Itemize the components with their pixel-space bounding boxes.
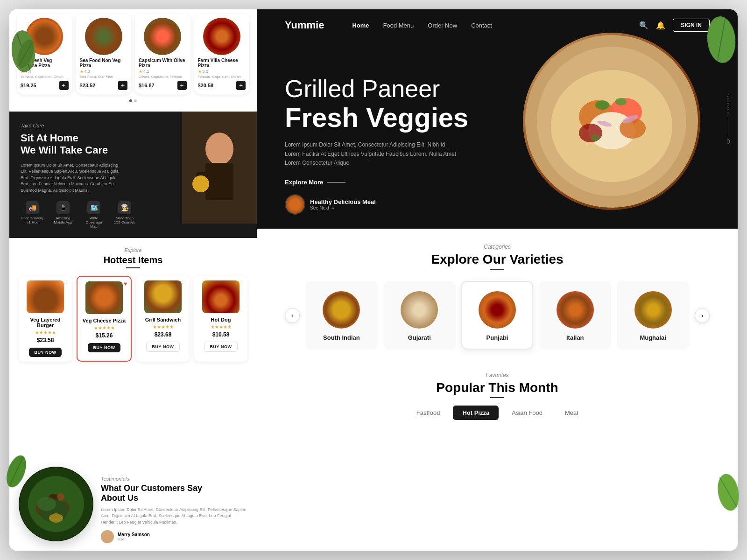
cat-card-south-indian[interactable]: South Indian (305, 281, 378, 350)
testi-sublabel: Testimonials (101, 476, 247, 482)
italian-image (557, 291, 594, 329)
cat-prev-arrow[interactable]: ‹ (285, 308, 300, 323)
tab-asian-food[interactable]: Asian Food (502, 406, 552, 420)
rating-num-1: 4.4 (25, 69, 31, 74)
pizza-ingredients-1: Tomato, Capsicum, Onion (21, 75, 69, 79)
pizza-price-3: $16.87 (139, 83, 155, 88)
categories-section: Categories Explore Our Varieties ‹ South… (257, 229, 738, 361)
cat-card-mughalai[interactable]: Mughalai (617, 281, 689, 350)
buy-button-1[interactable]: BUY NOW (29, 348, 62, 357)
dot-2[interactable] (134, 99, 137, 102)
feature-label-2: Amazing Mobile App (51, 216, 75, 224)
cat-name-mughalai: Mughalai (623, 334, 683, 341)
cat-card-gujarati[interactable]: Gujarati (383, 281, 456, 350)
pizza-section: Mix Fresh Veg Cheese Pizza ★ 4.4 Tomato,… (9, 9, 257, 112)
pizza-card-4: Farm Villa Cheese Pizza ★ 5.0 Tomato, Ca… (194, 14, 250, 94)
scroll-indicator: Scroll (726, 94, 730, 144)
feature-label-3: Wide Coverage Map (82, 216, 106, 229)
hottest-stars-3: ★★★★★ (141, 324, 185, 329)
hottest-card-2: ♥ Veg Cheese Pizza ★★★★★ $15.26 BUY NOW (77, 276, 132, 362)
sandwich-image (144, 280, 182, 313)
meal-sub[interactable]: See Next → (310, 205, 376, 210)
south-indian-image (323, 291, 360, 329)
cat-next-arrow[interactable]: › (695, 308, 710, 323)
add-pizza-3-button[interactable]: + (177, 81, 187, 90)
star-icon: ★ (198, 69, 202, 74)
burger-image (27, 280, 64, 313)
wishlist-icon-2[interactable]: ♥ (124, 280, 127, 287)
dot-1[interactable] (129, 99, 132, 102)
hero-content: Grilled Paneer Fresh Veggies Lorem Ipsum… (285, 76, 710, 186)
nav-contact[interactable]: Contact (471, 22, 492, 29)
svg-rect-12 (205, 163, 233, 200)
hottest-card-4: ♡ Hot Dog ★★★★★ $10.58 BUY NOW (194, 276, 247, 362)
add-pizza-2-button[interactable]: + (118, 81, 127, 90)
pizza-ingredients-4: Tomato, Capsicum, Onion (198, 75, 246, 79)
nav-home[interactable]: Home (352, 22, 369, 29)
pizza-name-1: Mix Fresh Veg Cheese Pizza (21, 58, 69, 68)
cat-card-punjabi[interactable]: Punjabi (461, 281, 534, 350)
pizza-card-3: Capsicum With Olive Pizza ★ 4.1 Olives, … (135, 14, 190, 94)
nav-links: Home Food Menu Order Now Contact (352, 22, 620, 29)
feature-label-1: Fast Delivery in 1 Hour (21, 216, 44, 224)
left-panel: Mix Fresh Veg Cheese Pizza ★ 4.4 Tomato,… (9, 9, 257, 551)
cat-name-south-indian: South Indian (312, 334, 371, 341)
svg-point-11 (205, 133, 233, 165)
testimonial-food-image (19, 467, 93, 541)
hottest-sublabel: Explore (19, 247, 247, 253)
pizza-name-2: Sea Food Non Veg Pizza (80, 58, 128, 68)
nav-logo: Yummie (285, 19, 324, 31)
reviewer-name: Marry Samson (118, 532, 150, 537)
popular-divider (490, 397, 504, 398)
svg-point-23 (49, 513, 63, 523)
categories-cards-wrapper: ‹ South Indian Gujarati Punjabi (285, 281, 710, 350)
hotdog-image (202, 280, 240, 313)
explore-more-button[interactable]: Explore More (285, 179, 345, 186)
testimonial-section: Testimonials What Our Customers Say Abou… (9, 469, 257, 551)
feature-label-4: More Than 150 Courses (113, 216, 136, 224)
svg-point-22 (57, 493, 64, 501)
pizza-price-row-4: $20.58 + (198, 81, 246, 90)
popular-section: Favorites Popular This Month Fastfood Ho… (257, 361, 738, 551)
promo-image (182, 112, 257, 238)
svg-point-21 (37, 497, 56, 511)
pizza-rating-2: ★ 4.3 (80, 69, 128, 74)
cat-card-italian[interactable]: Italian (539, 281, 611, 350)
cat-name-italian: Italian (545, 334, 605, 341)
promo-feature-3: 🗺️ Wide Coverage Map (82, 201, 106, 229)
search-icon[interactable]: 🔍 (639, 21, 648, 30)
nav-order-now[interactable]: Order Now (428, 22, 457, 29)
mughalai-image (634, 291, 672, 329)
hottest-divider (126, 267, 140, 268)
tab-hot-pizza[interactable]: Hot Pizza (453, 406, 499, 420)
pizza-name-4: Farm Villa Cheese Pizza (198, 58, 246, 68)
pizza-card-1: Mix Fresh Veg Cheese Pizza ★ 4.4 Tomato,… (17, 14, 72, 94)
notification-icon[interactable]: 🔔 (656, 21, 665, 30)
hottest-card-1: ♡ Veg Layered Burger ★★★★★ $23.58 BUY NO… (19, 276, 72, 362)
hero-meal-badge: Healthy Delicious Meal See Next → (285, 194, 376, 215)
buy-button-2[interactable]: BUY NOW (88, 343, 121, 352)
pizza-price-row-1: $19.25 + (21, 81, 69, 90)
rating-num-4: 5.0 (203, 69, 209, 74)
buy-button-3[interactable]: BUY NOW (146, 342, 180, 352)
pizza-price-row-2: $23.52 + (80, 81, 128, 90)
pizza-cards: Mix Fresh Veg Cheese Pizza ★ 4.4 Tomato,… (17, 14, 249, 94)
star-icon: ★ (21, 69, 24, 74)
add-pizza-4-button[interactable]: + (236, 81, 246, 90)
tab-fastfood[interactable]: Fastfood (407, 406, 450, 420)
pagination-dots (17, 99, 249, 102)
wishlist-icon-3[interactable]: ♡ (181, 280, 186, 286)
sign-in-button[interactable]: SIGN IN (673, 19, 710, 32)
tab-meal[interactable]: Meal (556, 406, 587, 420)
rating-num-3: 4.1 (143, 69, 149, 74)
gujarati-image (401, 291, 438, 329)
hero-title-line1: Grilled Paneer (285, 76, 710, 102)
wishlist-icon-1[interactable]: ♡ (63, 280, 68, 286)
wishlist-icon-4[interactable]: ♡ (239, 280, 244, 286)
hero-description: Lorem Ipsum Dolor Sit Amet, Consectetur … (285, 140, 462, 168)
buy-button-4[interactable]: BUY NOW (204, 342, 238, 352)
rating-num-2: 4.3 (85, 69, 91, 74)
hero-title-line2: Fresh Veggies (285, 104, 710, 131)
add-pizza-1-button[interactable]: + (59, 81, 69, 90)
nav-food-menu[interactable]: Food Menu (383, 22, 414, 29)
